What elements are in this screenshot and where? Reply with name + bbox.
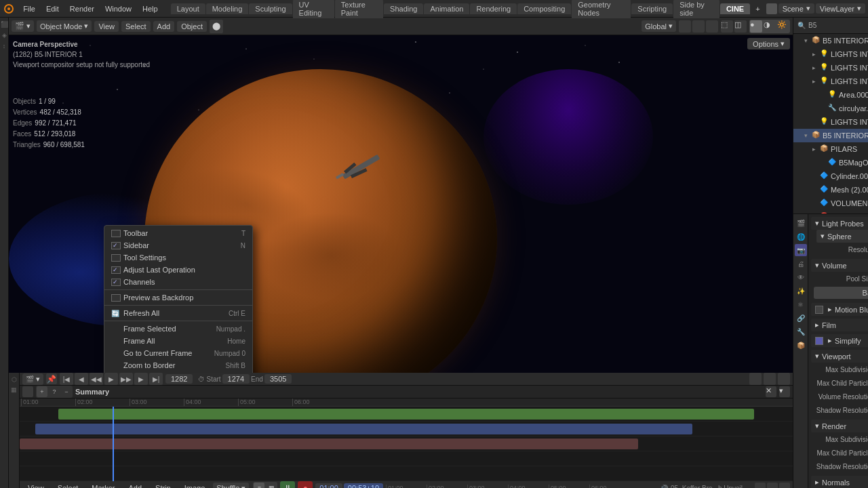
volume-header[interactable]: ▾ Volume — [811, 259, 868, 272]
time-start-display[interactable]: 01:00 — [315, 483, 342, 488]
props-icon-output[interactable]: 🖨 — [795, 258, 807, 270]
tab-layout[interactable]: Layout — [171, 3, 205, 14]
light-probes-header[interactable]: ▾ Light Probes — [811, 217, 868, 230]
xray-btn[interactable]: ◫ — [734, 20, 747, 33]
view-icon-1[interactable] — [679, 20, 691, 33]
left-icon-3[interactable]: ↕ — [0, 42, 8, 50]
icon-scene[interactable] — [766, 3, 777, 14]
motion-blur-header[interactable]: ▸ Motion Blur — [811, 303, 868, 316]
view-icon-2[interactable] — [692, 20, 705, 33]
seq-tab-strip[interactable]: Strip — [150, 483, 176, 488]
current-frame-display[interactable]: 1282 — [165, 374, 193, 384]
menu-file[interactable]: File — [18, 3, 40, 14]
outliner-circular-array[interactable]: 🔧 circulyar.array.001 — [793, 102, 868, 115]
tab-scripting[interactable]: Scripting — [631, 3, 673, 14]
viewport[interactable]: Camera Perspective (1282) B5 INTERIOR 1 … — [9, 35, 793, 373]
context-menu[interactable]: Toolbar T Sidebar N Tool Settings — [104, 225, 253, 373]
props-icon-particles[interactable]: ✨ — [795, 285, 807, 297]
tab-animation[interactable]: Animation — [424, 3, 469, 14]
summary-btn-2[interactable]: ? — [49, 386, 60, 397]
seq-track-2-content[interactable] — [20, 422, 793, 436]
ctx-zoom-border[interactable]: Zoom to Border Shift B — [104, 359, 252, 371]
props-icon-object[interactable]: 📦 — [795, 339, 807, 351]
tab-sculpting[interactable]: Sculpting — [249, 3, 292, 14]
go-start-btn[interactable]: |◀ — [60, 373, 73, 385]
pause-btn[interactable]: ⏸ — [280, 481, 295, 488]
seq-tab-add[interactable]: Add — [123, 483, 147, 488]
outliner-b5mag[interactable]: 🔷 B5MagO — [793, 156, 868, 169]
outliner-lights-3[interactable]: ▸ 💡 LIGHTS INTERIOR CYLINDER... 👁 — [793, 75, 868, 88]
viewport-header[interactable]: ▾ Viewport — [811, 350, 868, 363]
left-icon-2[interactable]: ◈ — [0, 31, 8, 39]
view-menu-btn[interactable]: View — [94, 21, 119, 32]
blender-logo[interactable] — [3, 3, 14, 15]
seq-tab-select[interactable]: Select — [52, 483, 84, 488]
ctx-go-current-frame[interactable]: Go to Current Frame Numpad 0 — [104, 347, 252, 359]
tab-rendering[interactable]: Rendering — [470, 3, 517, 14]
seq-toolbar-pin[interactable]: 📌 — [46, 373, 57, 384]
props-icon-constraints[interactable]: 🔗 — [795, 312, 807, 324]
seq-right-icon-2[interactable] — [767, 483, 778, 488]
props-icon-modifiers[interactable]: 🔧 — [795, 325, 807, 338]
tl-icon-2[interactable]: ▦ — [10, 386, 18, 394]
ctx-adjust-last[interactable]: Adjust Last Operation — [104, 264, 252, 276]
tab-side-by-side[interactable]: Side by side — [673, 0, 719, 18]
object-mode-dropdown[interactable]: Object Mode▾ — [37, 20, 92, 32]
seq-track-1-content[interactable] — [20, 407, 793, 421]
icon-btn-1[interactable]: ⬤ — [210, 20, 223, 33]
seq-editor-type[interactable]: 🎬▾ — [22, 373, 43, 385]
solid-view-btn[interactable]: ● — [750, 20, 762, 33]
ctx-refresh-all[interactable]: 🔄 Refresh All Ctrl E — [104, 307, 252, 319]
viewlayer-selector[interactable]: ViewLayer ▾ — [816, 3, 865, 14]
record-btn[interactable]: ● — [298, 481, 313, 488]
outliner-mesh-001[interactable]: 🔷 Mesh (2).001 👁 — [793, 183, 868, 197]
menu-render[interactable]: Render — [65, 3, 99, 14]
normals-header[interactable]: ▸ Normals — [811, 476, 868, 488]
summary-btn-1[interactable]: + — [37, 386, 47, 397]
tab-shading[interactable]: Shading — [384, 3, 423, 14]
simplify-header[interactable]: ▸ Simplify — [811, 334, 868, 347]
tab-uv[interactable]: UV Editing — [293, 0, 334, 18]
tl-icon-1[interactable]: ⬡ — [10, 375, 18, 384]
material-view-btn[interactable]: ◑ — [764, 20, 776, 33]
seq-track-3-content[interactable] — [20, 436, 793, 451]
left-icon-1[interactable]: ⬛ — [0, 20, 8, 28]
tab-geometry-nodes[interactable]: Geometry Nodes — [572, 0, 631, 18]
outliner-pilars[interactable]: ▸ 📦 PILARS 👁 R N — [793, 142, 868, 156]
seq-icon-3[interactable] — [778, 373, 790, 385]
seq-track-5-content[interactable] — [20, 466, 793, 481]
seq-tab-image[interactable]: Image — [179, 483, 211, 488]
props-icon-physics[interactable]: ⚛ — [795, 298, 807, 310]
seq-right-icon-3[interactable] — [779, 483, 790, 488]
time-current-display[interactable]: 00:53+10 — [344, 483, 383, 488]
props-icon-render[interactable]: 📷 — [795, 244, 807, 256]
render-header[interactable]: ▾ Render — [811, 420, 868, 432]
object-menu-btn[interactable]: Object — [177, 21, 207, 32]
editor-type-dropdown[interactable]: 🎬▾ — [12, 20, 34, 32]
seq-tab-marker[interactable]: Marker — [86, 483, 120, 488]
seq-toggle-1[interactable]: ≡ — [254, 483, 264, 488]
outliner-b5-interior-1[interactable]: ▾ 📦 B5 INTERIOR 1 👁 ◉ — [793, 129, 868, 142]
select-menu-btn[interactable]: Select — [121, 21, 151, 32]
summary-expand-btn[interactable]: ▾ — [779, 386, 790, 397]
ctx-toolbar[interactable]: Toolbar T — [104, 227, 252, 239]
outliner-b5-interior[interactable]: ▾ 📦 B5 INTERIOR 👁 ◉ ⊙ — [793, 34, 868, 47]
ctx-preview-backdrop[interactable]: Preview as Backdrop — [104, 291, 252, 304]
ctx-frame-selected[interactable]: Frame Selected Numpad . — [104, 323, 252, 335]
tab-texture-paint[interactable]: Texture Paint — [335, 0, 383, 18]
props-icon-world[interactable]: 🌐 — [795, 230, 807, 243]
tab-modeling[interactable]: Modeling — [206, 3, 249, 14]
seq-toggle-2[interactable]: ▦ — [266, 483, 277, 488]
menu-edit[interactable]: Edit — [41, 3, 64, 14]
outliner-volumen[interactable]: 🔷 VOLUMEN Cylinder.004 👁 — [793, 197, 868, 210]
options-btn[interactable]: Options ▾ — [747, 38, 790, 49]
summary-btn-3[interactable]: − — [61, 386, 72, 397]
view-icon-3[interactable] — [706, 20, 718, 33]
frame-start[interactable]: 1274 — [222, 374, 250, 384]
summary-close-btn[interactable]: ✕ — [766, 386, 776, 397]
render-view-btn[interactable]: 🔆 — [777, 20, 789, 33]
frame-end[interactable]: 3505 — [264, 374, 292, 384]
seq-track-4-content[interactable] — [20, 451, 793, 466]
seq-right-icon-1[interactable] — [755, 483, 766, 488]
summary-icon[interactable] — [22, 386, 33, 397]
